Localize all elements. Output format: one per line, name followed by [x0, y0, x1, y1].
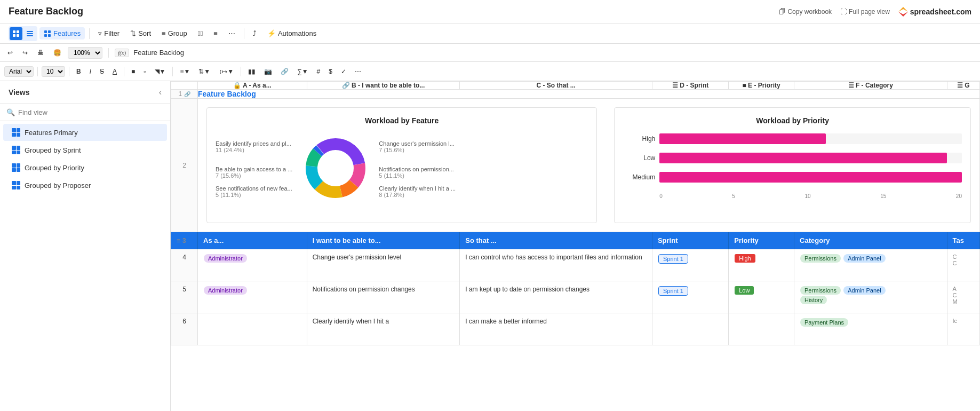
print-btn[interactable]: 🖶 — [34, 48, 47, 58]
row6-col-c[interactable]: I can make a better informed — [460, 313, 652, 345]
row4-col-a-tag: Administrator — [204, 254, 247, 263]
strikethrough-btn[interactable]: S — [97, 67, 107, 76]
svg-point-20 — [320, 152, 352, 184]
italic-btn[interactable]: I — [86, 67, 94, 76]
collapse-sidebar-btn[interactable]: ‹ — [159, 88, 162, 97]
row4-cat-tag-2: Admin Panel — [843, 254, 885, 263]
import-btn[interactable]: ⤴ — [249, 27, 261, 39]
group-btn[interactable]: ≡ Group — [157, 27, 192, 39]
hide-fields-btn[interactable]: 👁̸ — [194, 27, 208, 39]
charts-row: 2 Workload by Feature — [171, 99, 980, 232]
list-view-icon[interactable] — [23, 27, 36, 40]
bold-btn[interactable]: B — [73, 67, 84, 76]
paint-btn[interactable]: 🍔 — [50, 48, 65, 58]
row6-col-f[interactable]: Payment Plans — [794, 313, 947, 345]
sidebar-item-grouped-sprint[interactable]: Grouped by Sprint — [3, 141, 167, 159]
hide-icon: 👁̸ — [198, 29, 203, 37]
col-a-header[interactable]: 🔒 A - As a... — [198, 82, 307, 90]
merge-btn[interactable]: ◥▼ — [152, 67, 169, 76]
row5-col-f[interactable]: Permissions Admin Panel History — [794, 281, 947, 313]
more-fmt-btn[interactable]: ⋯ — [352, 67, 364, 76]
sidebar-item-label: Features Primary — [25, 129, 78, 137]
undo-redo-area: ↩ ↪ 🖶 🍔 100% — [4, 47, 102, 59]
content-area[interactable]: 🔒 A - As a... 🔗 B - I want to be able to… — [171, 81, 980, 411]
sidebar-item-features-primary[interactable]: Features Primary — [3, 124, 167, 141]
check-btn[interactable]: ✓ — [338, 67, 349, 76]
row-1-num: 1 🔗 — [171, 90, 198, 99]
row4-col-c[interactable]: I can control who has access to importan… — [460, 249, 652, 281]
title-cell[interactable]: Feature Backlog — [198, 90, 980, 99]
filter-btn[interactable]: ▿ Filter — [94, 27, 124, 39]
grid-view-icon[interactable] — [10, 27, 22, 40]
underline-btn[interactable]: A — [109, 67, 120, 76]
col-a-lock-icon: 🔒 — [233, 82, 241, 89]
row5-col-c[interactable]: I am kept up to date on permission chang… — [460, 281, 652, 313]
header-col-c: So that ... — [460, 232, 652, 249]
image-btn[interactable]: 📷 — [261, 67, 275, 76]
col-c-header[interactable]: C - So that ... — [460, 82, 652, 90]
sort-btn[interactable]: ⇅ Sort — [126, 27, 155, 39]
col-e-icon: ■ — [742, 82, 746, 89]
row4-col-f[interactable]: Permissions Admin Panel — [794, 249, 947, 281]
data-header-row: ≡ 3 As a... I want to be able to... So t… — [171, 232, 980, 249]
copy-workbook-btn[interactable]: 🗍 Copy workbook — [779, 8, 832, 15]
features-btn[interactable]: Features — [39, 27, 85, 39]
full-page-view-btn[interactable]: ⛶ Full page view — [840, 8, 890, 15]
row5-history-tag: History — [800, 296, 827, 304]
workload-feature-chart: Workload by Feature Easily identify pric… — [206, 107, 597, 223]
row4-col-e[interactable]: High — [729, 249, 794, 281]
formula-input[interactable] — [133, 49, 976, 57]
col-d-list-icon: ☰ — [672, 82, 678, 89]
zoom-selector[interactable]: 100% — [68, 47, 102, 59]
row6-col-b[interactable]: Clearly identify when I hit a — [307, 313, 460, 345]
search-input[interactable] — [18, 108, 164, 116]
row6-col-d[interactable] — [652, 313, 728, 345]
hash-btn[interactable]: # — [314, 67, 324, 76]
cell-color-btn[interactable]: ■ — [128, 67, 138, 76]
formula-icon: f(x) — [115, 49, 129, 57]
sidebar-item-grouped-proposer[interactable]: Grouped by Proposer — [3, 177, 167, 194]
svg-rect-10 — [48, 30, 51, 33]
row4-col-a[interactable]: Administrator — [198, 249, 307, 281]
row4-col-d[interactable]: Sprint 1 — [652, 249, 728, 281]
bar-medium-bg — [659, 172, 962, 183]
row6-col-a[interactable] — [198, 313, 307, 345]
col-d-header[interactable]: ☰ D - Sprint — [652, 82, 728, 90]
bar-chart-btn[interactable]: ▮▮ — [245, 67, 259, 76]
automations-btn[interactable]: ⚡ Automations — [263, 27, 321, 39]
row5-col-b[interactable]: Notifications on permission changes — [307, 281, 460, 313]
sigma-btn[interactable]: ∑▼ — [294, 67, 311, 76]
sidebar-item-grouped-priority[interactable]: Grouped by Priority — [3, 159, 167, 176]
sidebar-item-label: Grouped by Proposer — [25, 181, 91, 189]
bar-high-label: High — [623, 135, 655, 143]
dollar-btn[interactable]: $ — [325, 67, 336, 76]
row5-col-a[interactable]: Administrator — [198, 281, 307, 313]
more-btn[interactable]: ⋯ — [224, 27, 240, 39]
undo-btn[interactable]: ↩ — [4, 48, 16, 58]
col-b-header[interactable]: 🔗 B - I want to be able to... — [307, 82, 460, 90]
redo-btn[interactable]: ↪ — [19, 48, 31, 58]
col-f-header[interactable]: ☰ F - Category — [794, 82, 947, 90]
sep-fmt5 — [241, 67, 241, 76]
top-right-area: 🗍 Copy workbook ⛶ Full page view spreads… — [779, 7, 971, 17]
row-5-num: 5 — [171, 281, 198, 313]
align-btn[interactable]: ≡▼ — [177, 67, 193, 76]
font-size-selector[interactable]: 10 — [42, 66, 65, 77]
row6-col-e[interactable] — [729, 313, 794, 345]
wrap-btn[interactable]: ↕↦▼ — [216, 67, 237, 76]
col-g-header[interactable]: ☰ G — [947, 82, 979, 90]
svg-rect-9 — [44, 30, 47, 33]
font-family-selector[interactable]: Arial — [4, 66, 34, 77]
sidebar-search[interactable]: 🔍 — [0, 104, 170, 121]
row5-col-d[interactable]: Sprint 1 — [652, 281, 728, 313]
col-f-list-icon: ☰ — [848, 82, 854, 89]
sidebar-title: Views — [9, 88, 29, 97]
col-e-header[interactable]: ■ E - Priority — [729, 82, 794, 90]
borders-btn[interactable]: ▫ — [140, 67, 149, 76]
row4-col-b[interactable]: Change user's permission level — [307, 249, 460, 281]
link-btn[interactable]: 🔗 — [277, 67, 292, 76]
rows-btn[interactable]: ≡ — [209, 27, 222, 39]
valign-btn[interactable]: ⇅▼ — [195, 67, 213, 76]
row-3-indicator: ≡ 3 — [177, 237, 192, 244]
row5-col-e[interactable]: Low — [729, 281, 794, 313]
